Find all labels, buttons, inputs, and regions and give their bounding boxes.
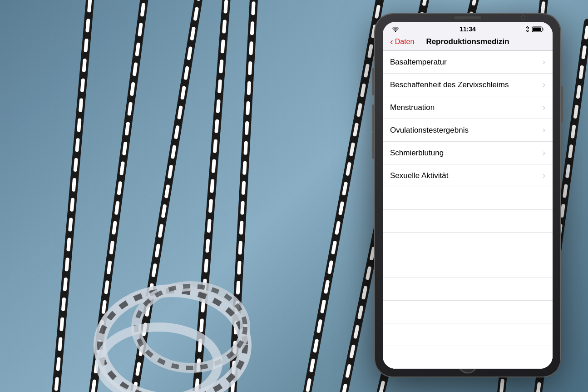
chevron-right-icon: › bbox=[543, 80, 545, 89]
back-button[interactable]: ‹ Daten bbox=[390, 36, 414, 47]
empty-row-7 bbox=[383, 323, 553, 346]
phone-body: 11:34 bbox=[375, 14, 561, 377]
menu-item-label: Sexuelle Aktivität bbox=[390, 171, 449, 180]
menu-item-beschaffenheit[interactable]: Beschaffenheit des Zervixschleims › bbox=[383, 74, 553, 96]
back-chevron-icon: ‹ bbox=[390, 36, 393, 47]
chevron-right-icon: › bbox=[543, 103, 545, 112]
svg-line-0 bbox=[54, 0, 91, 392]
svg-point-23 bbox=[136, 286, 245, 368]
svg-line-10 bbox=[304, 0, 381, 392]
svg-rect-29 bbox=[543, 28, 544, 30]
menu-item-label: Schmierblutung bbox=[390, 149, 444, 158]
bluetooth-icon bbox=[525, 26, 530, 32]
wifi-icon bbox=[392, 26, 399, 32]
empty-row-3 bbox=[383, 233, 553, 255]
status-bar: 11:34 bbox=[383, 22, 553, 35]
svg-line-27 bbox=[526, 30, 528, 32]
menu-item-sexuelle[interactable]: Sexuelle Aktivität › bbox=[383, 164, 553, 187]
menu-item-label: Ovulationstestergebnis bbox=[390, 126, 469, 135]
empty-row-1 bbox=[383, 187, 553, 210]
svg-line-8 bbox=[232, 0, 254, 392]
menu-item-label: Beschaffenheit des Zervixschleims bbox=[390, 80, 509, 89]
status-right-icons bbox=[525, 26, 544, 32]
menu-item-schmierblutung[interactable]: Schmierblutung › bbox=[383, 142, 553, 164]
menu-item-basaltemperatur[interactable]: Basaltemperatur › bbox=[383, 51, 553, 74]
svg-line-2 bbox=[91, 0, 145, 392]
svg-point-25 bbox=[395, 31, 396, 32]
front-camera bbox=[521, 15, 525, 20]
svg-rect-30 bbox=[533, 27, 541, 31]
svg-point-22 bbox=[136, 286, 245, 368]
empty-row-8 bbox=[383, 346, 553, 369]
menu-item-ovulation[interactable]: Ovulationstestergebnis › bbox=[383, 119, 553, 142]
menu-item-label: Menstruation bbox=[390, 103, 435, 112]
chevron-right-icon: › bbox=[543, 148, 545, 158]
nav-title: Reproduktionsmedizin bbox=[426, 37, 509, 46]
svg-line-11 bbox=[304, 0, 381, 392]
phone-screen: 11:34 bbox=[383, 22, 553, 369]
phone: 11:34 bbox=[375, 14, 561, 377]
back-label: Daten bbox=[395, 38, 415, 46]
chevron-right-icon: › bbox=[543, 171, 545, 180]
navigation-bar: ‹ Daten Reproduktionsmedizin bbox=[383, 35, 553, 51]
svg-point-20 bbox=[100, 291, 245, 392]
menu-list: Basaltemperatur › Beschaffenheit des Zer… bbox=[383, 51, 553, 369]
chevron-right-icon: › bbox=[543, 125, 545, 135]
svg-point-21 bbox=[100, 291, 245, 392]
empty-row-6 bbox=[383, 301, 553, 323]
menu-item-label: Basaltemperatur bbox=[390, 58, 447, 67]
chevron-right-icon: › bbox=[543, 57, 545, 67]
svg-line-3 bbox=[91, 0, 145, 392]
speaker-grill bbox=[454, 16, 481, 19]
svg-line-6 bbox=[195, 0, 227, 392]
svg-line-1 bbox=[54, 0, 91, 392]
menu-item-menstruation[interactable]: Menstruation › bbox=[383, 96, 553, 119]
empty-row-5 bbox=[383, 278, 553, 301]
svg-line-7 bbox=[195, 0, 227, 392]
status-time: 11:34 bbox=[460, 25, 476, 33]
svg-line-26 bbox=[526, 26, 528, 28]
svg-point-24 bbox=[100, 327, 218, 392]
empty-row-4 bbox=[383, 255, 553, 278]
empty-row-2 bbox=[383, 210, 553, 233]
svg-line-5 bbox=[132, 0, 200, 392]
svg-line-9 bbox=[232, 0, 254, 392]
battery-icon bbox=[532, 26, 544, 32]
svg-line-4 bbox=[132, 0, 200, 392]
